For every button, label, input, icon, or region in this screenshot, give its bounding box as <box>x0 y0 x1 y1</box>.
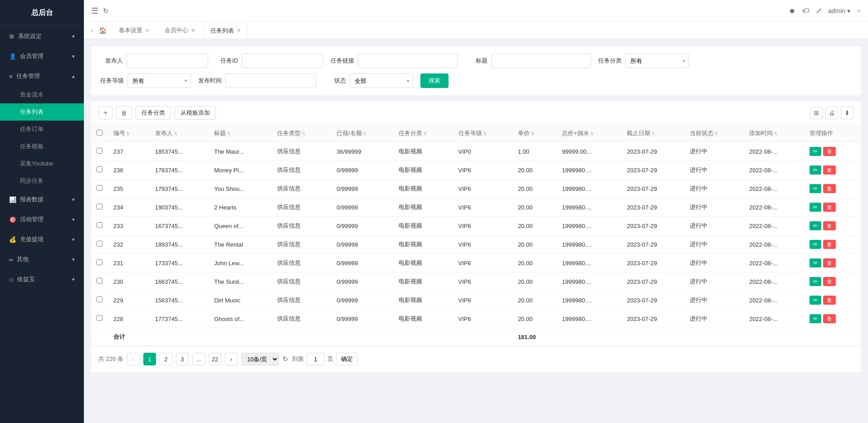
sidebar-item-other[interactable]: ∞ 其他 ▾ <box>0 249 84 269</box>
delete-button-9[interactable]: 🗑 <box>823 314 836 323</box>
row-checkbox-1[interactable] <box>97 166 102 172</box>
row-checkbox-6[interactable] <box>97 259 102 265</box>
sidebar-item-collect-youtube[interactable]: 采集Youtube <box>0 155 84 172</box>
page-3-btn[interactable]: 3 <box>176 353 189 365</box>
fullscreen-icon[interactable]: ⤢ <box>816 6 822 15</box>
next-page-btn[interactable]: › <box>225 353 238 365</box>
home-tab[interactable]: 🏠 <box>95 24 110 37</box>
tasklink-input[interactable] <box>358 53 458 68</box>
delete-button-1[interactable]: 🗑 <box>823 165 836 175</box>
export-icon[interactable]: ⬇ <box>841 107 853 119</box>
edit-button-0[interactable]: ✏ <box>809 147 821 156</box>
cell-deadline: 2023-07-29 <box>621 291 684 310</box>
row-checkbox-7[interactable] <box>97 278 102 284</box>
hamburger-icon[interactable]: ☰ <box>91 6 98 16</box>
sidebar-item-task-mgmt[interactable]: ≡ 任务管理 ▴ <box>0 66 84 86</box>
row-checkbox-4[interactable] <box>97 222 102 228</box>
cell-status: 进行中 <box>684 235 744 254</box>
publishtime-label: 发布时间 <box>198 77 222 85</box>
edit-button-3[interactable]: ✏ <box>809 203 821 212</box>
taskid-input[interactable] <box>242 53 323 68</box>
sidebar-item-task-template[interactable]: 任务模板 <box>0 138 84 155</box>
search-button[interactable]: 搜索 <box>420 73 449 88</box>
edit-button-9[interactable]: ✏ <box>809 314 821 323</box>
add-button[interactable]: + <box>98 106 112 120</box>
title-filter: 标题 <box>465 53 591 68</box>
edit-button-8[interactable]: ✏ <box>809 296 821 305</box>
sidebar-item-member-mgmt[interactable]: 👤 会员管理 ▾ <box>0 46 84 66</box>
delete-button-0[interactable]: 🗑 <box>823 147 836 156</box>
edit-button-5[interactable]: ✏ <box>809 240 821 249</box>
template-button[interactable]: 从模板添加 <box>175 106 216 120</box>
user-info[interactable]: admin ▾ <box>828 7 850 15</box>
cell-actions: ✏ 🗑 <box>804 142 861 161</box>
jumper-confirm[interactable]: 确定 <box>336 353 358 365</box>
edit-button-1[interactable]: ✏ <box>809 165 821 175</box>
edit-button-6[interactable]: ✏ <box>809 258 821 267</box>
refresh-icon[interactable]: ↻ <box>103 7 109 15</box>
row-checkbox-5[interactable] <box>97 241 102 247</box>
row-checkbox-2[interactable] <box>97 185 102 191</box>
taskcat-filter: 任务分类 所有 电影视频 音乐 其他 <box>598 53 689 68</box>
col-id: 编号⇅ <box>108 125 150 142</box>
sidebar-item-profit[interactable]: ◇ 收益宝 ▾ <box>0 269 84 289</box>
title-input[interactable] <box>491 53 591 68</box>
delete-button-2[interactable]: 🗑 <box>823 184 836 193</box>
delete-button-8[interactable]: 🗑 <box>823 296 836 305</box>
taskcat-select[interactable]: 所有 电影视频 音乐 其他 <box>625 53 689 68</box>
sidebar-item-task-list[interactable]: 任务列表 <box>0 103 84 121</box>
toolbar-left: + 🗑 任务分类 从模板添加 <box>98 106 216 120</box>
prev-page-btn[interactable]: ‹ <box>127 353 140 365</box>
page-2-btn[interactable]: 2 <box>160 353 172 365</box>
status-select[interactable]: 全部 进行中 已结束 暂停 <box>350 73 413 88</box>
page-1-btn[interactable]: 1 <box>143 353 156 365</box>
tab-member-close[interactable]: ✕ <box>191 28 195 34</box>
tag-icon[interactable]: 🏷 <box>802 7 809 15</box>
grid-view-icon[interactable]: ⊞ <box>810 107 823 119</box>
row-checkbox-0[interactable] <box>97 148 102 154</box>
tab-basic[interactable]: 基本设置 ✕ <box>112 23 156 37</box>
delete-button-3[interactable]: 🗑 <box>823 203 836 212</box>
row-checkbox-3[interactable] <box>97 204 102 209</box>
sidebar-item-report[interactable]: 📊 报表数据 ▾ <box>0 190 84 209</box>
sidebar-item-system[interactable]: ⚙ 系统设定 ▾ <box>0 26 84 46</box>
delete-button-5[interactable]: 🗑 <box>823 240 836 249</box>
edit-button-4[interactable]: ✏ <box>809 221 821 230</box>
delete-button-7[interactable]: 🗑 <box>823 277 836 286</box>
sidebar-item-funds[interactable]: 资金流水 <box>0 86 84 103</box>
publishtime-input[interactable] <box>225 73 316 88</box>
tab-task-list-close[interactable]: ✕ <box>237 28 241 34</box>
sidebar-label-activity: 活动管理 <box>20 215 44 224</box>
delete-button-4[interactable]: 🗑 <box>823 221 836 230</box>
sidebar-item-activity[interactable]: 🎯 活动管理 ▾ <box>0 209 84 229</box>
sidebar-item-task-order[interactable]: 任务订单 <box>0 121 84 138</box>
classify-button[interactable]: 任务分类 <box>136 106 171 120</box>
batch-delete-button[interactable]: 🗑 <box>116 106 132 120</box>
tab-member[interactable]: 会员中心 ✕ <box>158 23 202 37</box>
delete-button-6[interactable]: 🗑 <box>823 258 836 267</box>
cell-category: 电影视频 <box>393 217 453 235</box>
page-size-select[interactable]: 10条/页 20条/页 50条/页 <box>241 353 279 365</box>
tasklevel-select[interactable]: 所有 VIP0VIP1VIP2 VIP3VIP4VIP5VIP6 <box>127 73 191 88</box>
sidebar-item-recharge[interactable]: 💰 充值提现 ▾ <box>0 229 84 249</box>
row-checkbox-cell <box>91 254 108 272</box>
cell-addtime: 2022-08-... <box>744 235 804 254</box>
publisher-input[interactable] <box>127 53 208 68</box>
edit-button-7[interactable]: ✏ <box>809 277 821 286</box>
tab-basic-close[interactable]: ✕ <box>145 28 149 34</box>
row-checkbox-9[interactable] <box>97 315 102 321</box>
row-checkbox-cell <box>91 291 108 310</box>
select-all-checkbox[interactable] <box>97 130 102 136</box>
cell-actions: ✏ 🗑 <box>804 310 861 328</box>
page-22-btn[interactable]: 22 <box>209 353 221 365</box>
tab-task-list[interactable]: 任务列表 ✕ <box>204 24 248 38</box>
back-btn[interactable]: ‹ <box>91 26 93 34</box>
row-checkbox-8[interactable] <box>97 297 102 302</box>
sidebar-item-sync-task[interactable]: 同步任务 <box>0 172 84 190</box>
jumper-input[interactable] <box>307 353 325 365</box>
edit-button-2[interactable]: ✏ <box>809 184 821 193</box>
page-refresh-icon[interactable]: ↻ <box>283 355 288 363</box>
face-icon[interactable]: ☻ <box>788 7 796 15</box>
right-arrow[interactable]: » <box>857 7 861 15</box>
print-icon[interactable]: 🖨 <box>825 107 838 119</box>
